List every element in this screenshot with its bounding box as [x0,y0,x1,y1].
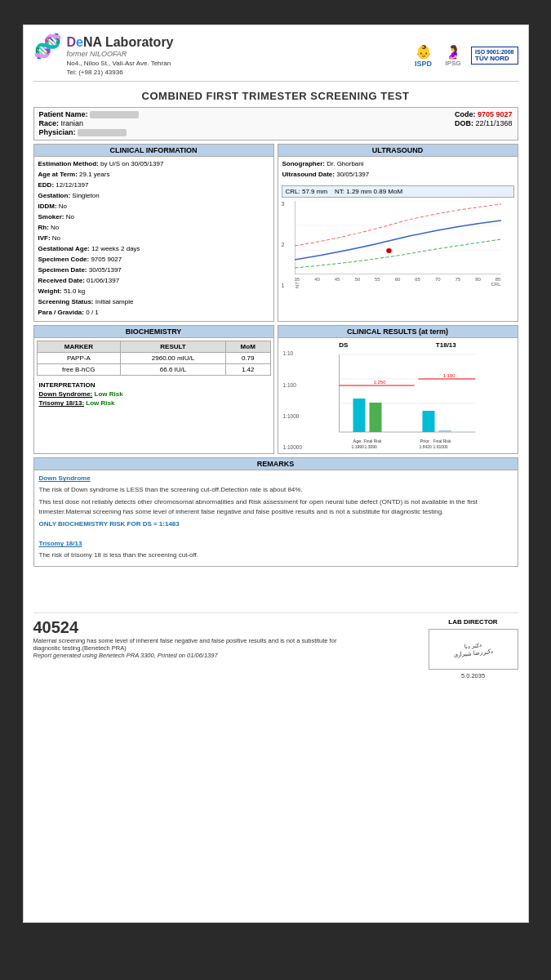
smoker-label: Smoker: [38,213,64,220]
bio-section: BIOCHEMISTRY MARKER RESULT MoM PAPP-A 29… [33,325,518,454]
bio-result: 2960.00 mIU/L [121,353,226,364]
lab-name-e: e [76,35,83,49]
ultrasound-box: ULTRASOUND Sonographer: Dr. Ghorbani Ult… [278,144,518,322]
age-label: Age at Term: [38,171,78,178]
gest-age-value: 12 weeks 2 days [91,245,140,252]
svg-text:1:91000: 1:91000 [433,444,447,448]
y-label-10000: 1:10000 [283,444,303,450]
para-value: 0 / 1 [86,309,99,316]
clinical-results-box: CLINICAL RESULTS (at term) DS T18/13 1:1… [278,325,518,454]
svg-text:Final Risk: Final Risk [433,439,451,443]
biochemistry-box: BIOCHEMISTRY MARKER RESULT MoM PAPP-A 29… [33,325,274,454]
crl-value: 57.9 mm [302,188,327,195]
tuvnord-badge: ISO 9001:2008 TÜV NORD [471,47,518,65]
iddm-field: IDDM: No [38,202,269,212]
rh-field: Rh: No [38,223,269,233]
footer-number: 40524 [33,618,79,636]
bar-chart-svg: 1:250 1:100 [283,350,513,448]
dob-label: DOB: [455,119,473,127]
patient-name-value [90,111,139,118]
clinical-box: CLINICAL INFORMATION Estimation Method: … [33,144,274,322]
svg-text:1:100: 1:100 [442,373,455,378]
sig-text: دکتر دنا دکتر رضا شیرازی [452,640,493,658]
svg-rect-15 [353,399,365,432]
ispd-badge: 👶 ISPD [411,42,435,69]
svg-point-5 [386,248,392,253]
interp-title: INTERPRETATION [39,381,269,389]
code-label: Code: [455,110,476,118]
ds-col-label: DS [339,341,348,349]
trisomy-interp: Trisomy 18/13: Low Risk [39,399,269,407]
iddm-value: No [59,203,67,210]
spec-date-label: Specimen Date: [38,266,87,274]
bio-marker: free B-hCG [37,364,121,376]
bar-chart-header: DS T18/13 [283,341,513,349]
ivf-value: No [52,234,60,242]
us-date-value: 30/05/1397 [336,171,369,178]
physician-label: Physician: [39,128,76,136]
ds-text2: This test dose not reliably detects othe… [39,497,513,517]
weight-value: 51.0 kg [64,287,85,295]
lab-address: No4., Niloo St., Vali-Asr Ave. Tehran [67,60,174,67]
recv-date-field: Received Date: 01/06/1397 [38,276,269,286]
y-axis-bar-labels: 1:10 1:100 1:1000 1:10000 [283,350,303,450]
screening-value: Initial sample [96,298,134,305]
page: 🧬 DeNA Laboratory former NILOOFAR No4., … [23,24,529,923]
nt-label: NT: [335,188,344,195]
spec-date-field: Specimen Date: 30/05/1397 [38,265,269,275]
bio-header: BIOCHEMISTRY [34,326,273,338]
ds-syndrome-title: Down Syndrome [39,474,513,483]
bio-table: MARKER RESULT MoM PAPP-A 2960.00 mIU/L 0… [37,341,271,376]
iddm-label: IDDM: [38,203,57,210]
us-date-label: Ultrasound Date: [282,171,335,178]
remarks-content: Down Syndrome The risk of Down syndrome … [34,470,518,566]
trisomy-text: The risk of trisomy 18 is less than the … [39,550,513,560]
code-value: 9705 9027 [478,110,513,118]
trisomy-label: Trisomy 18/13: [39,399,85,407]
down-risk: Low Risk [95,390,123,398]
clinical-results-header: CLINICAL RESULTS (at term) [278,326,518,338]
y-axis-nt-label: NT [295,282,300,288]
sonographer-field: Sonographer: Dr. Ghorbani [282,159,513,169]
bio-table-header-row: MARKER RESULT MoM [37,341,270,353]
t1813-col-label: T18/13 [436,341,456,349]
patient-bar: Patient Name: Race: Iranian Physician: C… [33,107,518,140]
para-field: Para / Gravida: 0 / 1 [38,308,269,318]
edd-label: EDD: [38,181,55,189]
physician-field: Physician: [39,128,140,136]
svg-text:1:1990: 1:1990 [351,444,364,448]
bio-table-row: free B-hCG 66.6 IU/L 1.42 [37,364,270,376]
bio-result: 66.6 IU/L [121,364,226,376]
bio-table-container: MARKER RESULT MoM PAPP-A 2960.00 mIU/L 0… [34,338,273,378]
y-label-100: 1:100 [283,382,303,388]
ds-text1: The risk of Down syndrome is LESS than t… [39,485,513,495]
dna-icon: 🧬 [33,35,62,58]
svg-text:1:250: 1:250 [373,380,386,385]
down-interp: Down Syndrome: Low Risk [39,390,269,398]
patient-name-label: Patient Name: [39,110,88,118]
ipsg-label: IPSG [445,60,461,67]
weight-field: Weight: 51.0 kg [38,287,269,296]
para-label: Para / Gravida: [38,309,84,316]
ds-highlight: ONLY BIOCHEMISTRY RISK FOR DS = 1:1483 [39,519,513,529]
bio-marker: PAPP-A [37,353,121,364]
svg-text:1:3090: 1:3090 [364,444,377,448]
y-label-1000: 1:1000 [283,413,303,419]
y-label-10: 1:10 [283,350,303,356]
svg-text:1:8420: 1:8420 [419,444,432,448]
logo-section: 🧬 DeNA Laboratory former NILOOFAR No4., … [33,35,174,76]
patient-right: Code: 9705 9027 DOB: 22/11/1368 [455,110,513,137]
screening-label: Screening Status: [38,298,94,305]
report-gen-text: Report generated using Benetech PRA 3300… [33,652,344,659]
trisomy-risk: Low Risk [86,399,114,407]
physician-value [78,129,127,136]
age-field: Age at Term: 29.1 years [38,170,269,180]
lab-tel: Tel: (+98 21) 43936 [67,69,174,76]
svg-text:Final Risk: Final Risk [363,439,381,443]
edd-field: EDD: 12/12/1397 [38,180,269,190]
recv-date-value: 01/06/1397 [87,277,119,284]
gest-age-label: Gestational Age: [38,245,90,252]
footer-left-block: 40524 Maternal screening has some level … [33,618,344,659]
header-icons: 👶 ISPD 🤰 IPSG ISO 9001:2008 TÜV NORD [411,42,518,69]
spacer [33,570,518,603]
